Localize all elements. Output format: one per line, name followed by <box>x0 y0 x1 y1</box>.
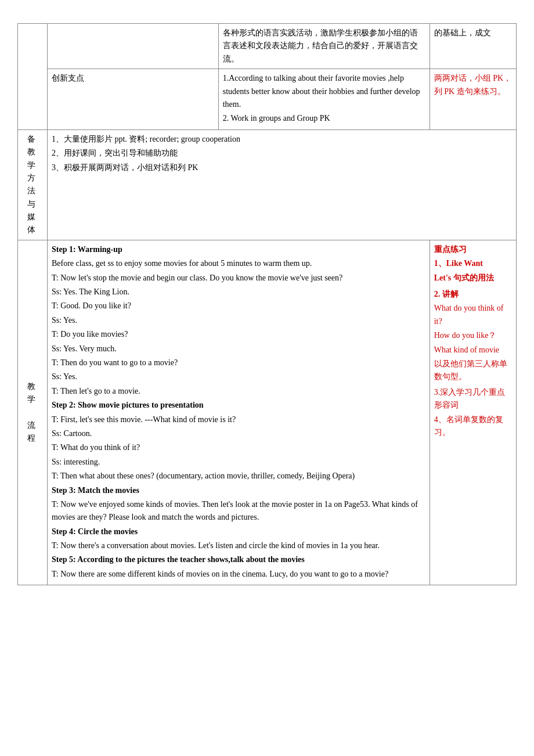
step2-line2: Ss: Cartoon. <box>52 427 425 440</box>
chuangxin-point-2: 2. Work in groups and Group PK <box>223 112 425 125</box>
step3-line1: T: Now we've enjoyed some kinds of movie… <box>52 498 425 524</box>
main-table: 各种形式的语言实践活动，激励学生积极参加小组的语言表述和文段表达能力，结合自己的… <box>17 23 517 585</box>
step1-line7: Ss: Yes. Very much. <box>52 343 425 355</box>
right-lets: Let's 句式的用法 <box>434 272 512 285</box>
step5-line1: T: Now there are some different kinds of… <box>52 568 425 581</box>
jiaoxue-label-cell: 教 学 流 程 <box>18 240 48 585</box>
main-cell-top: 各种形式的语言实践活动，激励学生积极参加小组的语言表述和文段表达能力，结合自己的… <box>218 24 430 69</box>
step4-line1: T: Now there's a conversation about movi… <box>52 539 425 552</box>
label-cell-top <box>18 24 48 130</box>
beifang-item-1: 1、大量使用影片 ppt. 资料; recorder; group cooper… <box>52 133 512 146</box>
beifang-content-cell: 1、大量使用影片 ppt. 资料; recorder; group cooper… <box>47 129 516 240</box>
step1-line9: Ss: Yes. <box>52 370 425 383</box>
table-row-beifang: 备 教 学 方 法 与 媒 体 1、大量使用影片 ppt. 资料; record… <box>18 129 517 240</box>
right-how-like: How do you like？ <box>434 329 512 342</box>
right-noun-plural: 4、名词单复数的复习。 <box>434 413 512 440</box>
top-right-text: 的基础上，成文 <box>434 28 491 37</box>
chuangxin-right-cell: 两两对话，小组 PK，列 PK 造句来练习。 <box>430 69 516 130</box>
step2-line3: T: What do you think of it? <box>52 441 425 454</box>
beifang-item-2: 2、用好课间，突出引导和辅助功能 <box>52 147 512 160</box>
beifang-item-3: 3、积极开展两两对话，小组对话和列 PK <box>52 161 512 174</box>
step1-line2: T: Now let's stop the movie and begin ou… <box>52 272 425 285</box>
table-row-chuangxin: 创新支点 1.According to talking about their … <box>18 69 517 130</box>
right-third-person: 以及他们第三人称单数句型。 <box>434 358 512 384</box>
right-what-kind: What kind of movie <box>434 344 512 357</box>
step1-line6: T: Do you like movies? <box>52 328 425 341</box>
chuangxin-label: 创新支点 <box>52 74 84 82</box>
chuangxin-right-text: 两两对话，小组 PK，列 PK 造句来练习。 <box>434 74 511 95</box>
right-item2: 2. 讲解 <box>434 288 512 301</box>
step3-heading: Step 3: Match the movies <box>52 484 425 497</box>
step1-heading: Step 1: Warming-up <box>52 243 425 256</box>
chuangxin-point-1: 1.According to talking about their favor… <box>223 72 425 111</box>
beifang-label-cell: 备 教 学 方 法 与 媒 体 <box>18 129 48 240</box>
right-what-think: What do you think of it? <box>434 302 512 328</box>
jiaoxue-main-cell: Step 1: Warming-up Before class, get ss … <box>47 240 430 585</box>
step2-line1: T: First, let's see this movie. ---What … <box>52 413 425 426</box>
table-row-top: 各种形式的语言实践活动，激励学生积极参加小组的语言表述和文段表达能力，结合自己的… <box>18 24 517 69</box>
top-main-text: 各种形式的语言实践活动，激励学生积极参加小组的语言表述和文段表达能力，结合自己的… <box>223 28 418 63</box>
step1-line10: T: Then let's go to a movie. <box>52 385 425 398</box>
right-zhongdian: 重点练习 <box>434 243 512 256</box>
right-item1: 1、Like Want <box>434 257 512 270</box>
chuangxin-label-cell: 创新支点 <box>47 69 218 130</box>
jiaoxue-right-cell: 重点练习 1、Like Want Let's 句式的用法 2. 讲解 What … <box>430 240 516 585</box>
right-adjectives: 3.深入学习几个重点形容词 <box>434 386 512 412</box>
step1-line4: T: Good. Do you like it? <box>52 300 425 312</box>
chuangxin-main-cell: 1.According to talking about their favor… <box>218 69 430 130</box>
step1-line8: T: Then do you want to go to a movie? <box>52 357 425 369</box>
step4-heading: Step 4: Circle the movies <box>52 525 425 538</box>
step1-line5: Ss: Yes. <box>52 314 425 327</box>
table-row-jiaoxue: 教 学 流 程 Step 1: Warming-up Before class,… <box>18 240 517 585</box>
step2-line4: Ss: interesting. <box>52 456 425 469</box>
step2-heading: Step 2: Show movie pictures to presentat… <box>52 399 425 412</box>
step5-heading: Step 5: According to the pictures the te… <box>52 553 425 566</box>
step2-line5: T: Then what about these ones? (document… <box>52 470 425 483</box>
step1-line3: Ss: Yes. The King Lion. <box>52 286 425 298</box>
step1-line1: Before class, get ss to enjoy some movie… <box>52 257 425 270</box>
mid-cell-top <box>47 24 218 69</box>
right-cell-top: 的基础上，成文 <box>430 24 516 69</box>
